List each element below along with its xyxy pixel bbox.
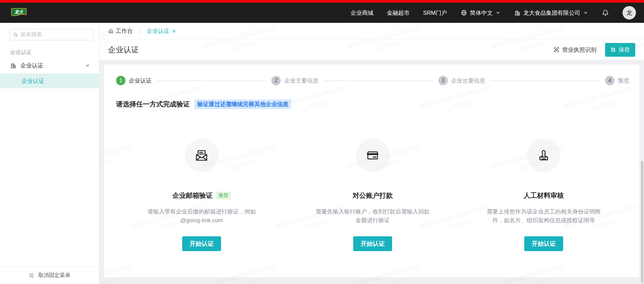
step-1-enterprise-auth: 1 企业认证	[116, 76, 152, 85]
nav-item-mall[interactable]: 企业商城	[351, 9, 373, 17]
user-avatar[interactable]: 龙	[623, 6, 636, 19]
vertical-scrollbar-thumb[interactable]	[641, 161, 643, 283]
tab-workbench-label: 工作台	[116, 27, 133, 35]
page-title: 企业认证	[108, 45, 139, 55]
business-license-ocr-button[interactable]: 营业执照识别	[553, 46, 596, 54]
tab-bar: 工作台 企业认证 ×	[99, 23, 644, 40]
bank-card-icon	[365, 148, 380, 163]
method-bank-transfer: 对公账户打款 需要先输入银行账户，收到打款后需输入回款金额进行验证 开始认证	[287, 139, 458, 251]
step-3-secondary-info: 3 企业次要信息	[438, 76, 485, 85]
language-switcher[interactable]: 简体中文	[461, 9, 501, 17]
chevron-down-icon	[85, 63, 90, 68]
menu-search-input[interactable]	[20, 32, 90, 38]
tab-close-icon[interactable]: ×	[172, 28, 176, 34]
method-title-row: 企业邮箱验证 推荐	[172, 191, 231, 200]
step-3-circle: 3	[438, 76, 448, 85]
stamp-icon	[536, 148, 551, 163]
nav-item-mall-label: 企业商城	[351, 9, 373, 17]
home-icon	[108, 28, 114, 34]
method-icon-circle	[527, 139, 560, 172]
step-3-label: 企业次要信息	[451, 77, 485, 85]
step-connector	[157, 81, 266, 81]
step-2-label: 企业主要信息	[284, 77, 318, 85]
step-connector	[324, 81, 433, 81]
ocr-button-label: 营业执照识别	[562, 46, 596, 54]
step-4-preview: 4 预览	[605, 76, 629, 85]
top-accent-bar	[0, 0, 644, 3]
svg-text:龙大: 龙大	[14, 9, 24, 14]
main-area: 工作台 企业认证 × 企业认证	[99, 23, 644, 284]
method-icon-circle	[356, 139, 389, 172]
instruction-note-chip: 验证通过还需继续完善其他企业信息	[195, 99, 291, 109]
sidebar-group-label: 企业认证	[10, 49, 99, 56]
brand-logo[interactable]: 龙大	[10, 7, 28, 18]
method-description: 请输入带有企业后缀的邮箱进行验证，例如@going-link.com	[143, 207, 261, 225]
step-4-circle: 4	[605, 76, 614, 85]
top-navbar: 龙大 企业商城 金融超市 SRM门户 简体中文	[0, 3, 644, 23]
menu-search-box[interactable]	[9, 29, 94, 40]
start-auth-button-bank[interactable]: 开始认证	[353, 236, 392, 251]
method-title: 企业邮箱验证	[172, 191, 213, 200]
language-label: 简体中文	[470, 9, 493, 17]
method-title-row: 对公账户打款	[353, 191, 393, 200]
building-icon	[10, 62, 16, 69]
page-shell: 企业认证 企业认证	[0, 23, 644, 284]
step-2-main-info: 2 企业主要信息	[271, 76, 318, 85]
step-wizard: 1 企业认证 2 企业主要信息 3 企业次要信息	[116, 76, 629, 85]
tab-workbench[interactable]: 工作台	[108, 27, 133, 35]
company-name-label: 龙大食品集团有限公司	[523, 9, 580, 17]
save-button-label: 保存	[619, 46, 630, 54]
content-area: 1 企业认证 2 企业主要信息 3 企业次要信息	[99, 60, 644, 284]
sidebar-spacer	[0, 88, 99, 267]
sidebar-child-label: 企业认证	[21, 77, 44, 85]
start-auth-button-manual[interactable]: 开始认证	[524, 236, 563, 251]
brand-flag-icon: 龙大	[10, 7, 28, 18]
sidebar-parent-label: 企业认证	[20, 62, 43, 69]
company-switcher[interactable]: 龙大食品集团有限公司	[514, 9, 588, 17]
unpin-menu-button[interactable]: 取消固定菜单	[0, 267, 99, 284]
nav-item-finance[interactable]: 金融超市	[387, 9, 410, 17]
chevron-down-icon	[583, 10, 588, 15]
method-title: 人工材料审核	[524, 191, 564, 200]
tab-active-label: 企业认证	[147, 27, 169, 35]
method-description: 需要先输入银行账户，收到打款后需输入回款金额进行验证	[314, 207, 432, 225]
method-title-row: 人工材料审核	[524, 191, 564, 200]
method-description: 需要上传您作为该企业员工的相关身份证明附件，如名片、组织架构信息或授权证明等	[485, 207, 603, 225]
search-icon	[13, 32, 18, 38]
tab-enterprise-auth-active[interactable]: 企业认证 ×	[147, 27, 176, 35]
method-title: 对公账户打款	[353, 191, 393, 200]
navbar-right: 企业商城 金融超市 SRM门户 简体中文	[351, 6, 636, 19]
verification-methods: 企业邮箱验证 推荐 请输入带有企业后缀的邮箱进行验证，例如@going-link…	[116, 139, 629, 251]
globe-icon	[461, 9, 467, 16]
nav-item-srm-label: SRM门户	[423, 9, 447, 17]
avatar-initial: 龙	[626, 9, 632, 17]
chevron-down-icon	[495, 10, 501, 15]
company-building-icon	[514, 10, 521, 16]
scan-ocr-icon	[553, 47, 559, 53]
method-icon-circle	[185, 139, 218, 172]
open-mail-icon	[194, 148, 209, 163]
method-email-verification: 企业邮箱验证 推荐 请输入带有企业后缀的邮箱进行验证，例如@going-link…	[116, 139, 287, 251]
auth-panel: 1 企业认证 2 企业主要信息 3 企业次要信息	[104, 64, 639, 277]
nav-item-finance-label: 金融超市	[387, 9, 410, 17]
step-1-circle: 1	[116, 76, 125, 85]
step-connector	[491, 81, 600, 81]
sidebar-subitem-enterprise-auth-selected[interactable]: 企业认证	[0, 74, 99, 88]
start-auth-button-email[interactable]: 开始认证	[182, 236, 221, 251]
step-1-label: 企业认证	[129, 77, 152, 85]
header-actions: 营业执照识别 保存	[553, 43, 635, 57]
sidebar-item-enterprise-auth[interactable]: 企业认证	[0, 57, 99, 74]
instruction-title: 请选择任一方式完成验证	[116, 100, 190, 109]
page-header: 企业认证 营业执照识别	[99, 40, 644, 60]
nav-item-srm-portal[interactable]: SRM门户	[423, 9, 447, 17]
unpin-menu-label: 取消固定菜单	[38, 272, 70, 279]
notifications-button[interactable]	[602, 9, 609, 16]
app-root: 龙大 企业商城 金融超市 SRM门户 简体中文	[0, 0, 644, 284]
save-floppy-icon	[610, 47, 616, 52]
instruction-row: 请选择任一方式完成验证 验证通过还需继续完善其他企业信息	[116, 99, 629, 109]
save-button[interactable]: 保存	[605, 43, 635, 57]
method-manual-review: 人工材料审核 需要上传您作为该企业员工的相关身份证明附件，如名片、组织架构信息或…	[458, 139, 629, 251]
sidebar: 企业认证 企业认证	[0, 23, 99, 284]
tab-separator	[140, 28, 140, 34]
step-2-circle: 2	[271, 76, 281, 85]
